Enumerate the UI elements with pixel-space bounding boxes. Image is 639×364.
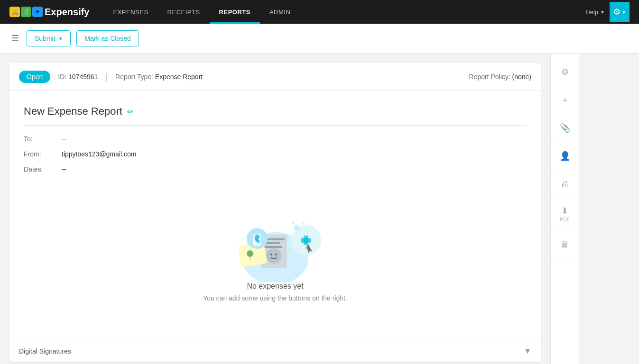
separator-1: | (105, 72, 108, 82)
report-title-row: New Expense Report ✏ (24, 105, 527, 126)
person-add-icon: 👤 (560, 151, 570, 161)
policy-value: (none) (512, 73, 531, 81)
id-value: 10745961 (68, 73, 98, 81)
nav-links: EXPENSES RECEIPTS REPORTS ADMIN (103, 0, 585, 24)
brand-icon-taxi: 🚕 (9, 7, 20, 17)
brand-icon-group: 🚕 🍴 ✈ (9, 7, 43, 17)
report-header: Open ID: 10745961 | Report Type: Expense… (9, 63, 541, 91)
help-chevron-icon: ▼ (600, 9, 605, 15)
sidebar-group-share: 👤 (551, 142, 579, 170)
gear-icon: ⚙ (561, 67, 569, 77)
nav-receipts[interactable]: RECEIPTS (158, 0, 210, 24)
print-icon: 🖨 (561, 179, 569, 189)
report-type: Report Type: Expense Report (115, 73, 203, 81)
submit-label: Submit (35, 35, 56, 42)
type-value: Expense Report (155, 73, 203, 81)
svg-point-17 (301, 221, 305, 225)
empty-subtitle: You can add some using the buttons on th… (203, 294, 347, 302)
sidebar-group-attach: 📎 (551, 114, 579, 142)
help-label: Help (585, 9, 598, 16)
svg-point-16 (294, 225, 299, 230)
download-icon: ⬇ (561, 206, 568, 216)
digital-sig-chevron-icon: ▼ (524, 347, 531, 355)
empty-illustration (223, 206, 327, 282)
empty-state: No expenses yet You can add some using t… (24, 187, 527, 330)
status-badge: Open (19, 71, 50, 83)
svg-point-6 (270, 254, 272, 255)
add-person-button[interactable]: 👤 (555, 146, 575, 166)
to-value: -- (62, 135, 66, 143)
settings-button[interactable]: ⚙ ▼ (610, 2, 630, 22)
report-card: Open ID: 10745961 | Report Type: Expense… (9, 63, 541, 362)
brand-logo[interactable]: 🚕 🍴 ✈ Expensify (9, 7, 89, 18)
svg-rect-4 (263, 246, 282, 248)
brand-icon-plane: ✈ (32, 7, 43, 17)
id-label: ID: (58, 73, 66, 81)
top-navigation: 🚕 🍴 ✈ Expensify EXPENSES RECEIPTS REPORT… (0, 0, 639, 24)
sidebar-group-add: ＋ (551, 86, 579, 114)
svg-point-5 (266, 248, 281, 264)
report-fields: To: -- From: tippytoes123@gmail.com Date… (24, 135, 527, 173)
empty-title: No expenses yet (247, 282, 303, 291)
help-button[interactable]: Help ▼ (585, 9, 605, 16)
brand-name: Expensify (45, 7, 89, 18)
from-value: tippytoes123@gmail.com (62, 150, 136, 158)
nav-right-area: Help ▼ ⚙ ▼ (585, 2, 630, 22)
to-field-row: To: -- (24, 135, 527, 143)
sidebar-group-pdf: ⬇ PDF (551, 198, 579, 230)
digital-sig-label: Digital Signatures (19, 347, 71, 355)
settings-chevron-icon: ▼ (621, 9, 626, 15)
pdf-label: PDF (560, 217, 570, 222)
main-wrapper: Open ID: 10745961 | Report Type: Expense… (0, 54, 639, 364)
report-meta: ID: 10745961 | Report Type: Expense Repo… (58, 72, 461, 82)
paperclip-icon: 📎 (560, 123, 570, 133)
report-id: ID: 10745961 (58, 73, 98, 81)
hamburger-icon: ☰ (11, 34, 19, 43)
report-settings-button[interactable]: ⚙ (555, 62, 575, 82)
nav-expenses[interactable]: EXPENSES (103, 0, 157, 24)
brand-icon-fork: 🍴 (21, 7, 31, 17)
dates-value: -- (62, 165, 66, 173)
mark-closed-label: Mark as Closed (84, 35, 130, 42)
report-body: New Expense Report ✏ To: -- From: tippyt… (9, 91, 541, 340)
toolbar: ☰ Submit ▼ Mark as Closed (0, 24, 639, 54)
svg-point-18 (292, 221, 295, 224)
nav-reports[interactable]: REPORTS (210, 0, 260, 24)
edit-title-icon[interactable]: ✏ (127, 107, 133, 116)
report-policy: Report Policy: (none) (469, 73, 531, 81)
gear-icon: ⚙ (613, 7, 620, 17)
dates-field-row: Dates: -- (24, 165, 527, 173)
sidebar-group-settings: ⚙ (551, 58, 579, 86)
print-button[interactable]: 🖨 (555, 174, 575, 194)
policy-label: Report Policy: (469, 73, 510, 81)
trash-icon: 🗑 (561, 239, 569, 249)
svg-point-7 (275, 254, 277, 255)
report-title: New Expense Report (24, 105, 122, 118)
sidebar-group-print: 🖨 (551, 170, 579, 198)
mark-closed-button[interactable]: Mark as Closed (76, 30, 139, 46)
submit-chevron-icon: ▼ (58, 36, 63, 41)
nav-admin[interactable]: ADMIN (260, 0, 300, 24)
submit-button[interactable]: Submit ▼ (27, 30, 71, 46)
type-label: Report Type: (115, 73, 153, 81)
add-expense-button[interactable]: ＋ (555, 90, 575, 110)
svg-rect-14 (301, 238, 311, 243)
dates-label: Dates: (24, 165, 62, 173)
content-area: Open ID: 10745961 | Report Type: Expense… (0, 54, 550, 364)
from-field-row: From: tippytoes123@gmail.com (24, 150, 527, 158)
attach-button[interactable]: 📎 (555, 118, 575, 138)
plus-icon: ＋ (561, 94, 569, 106)
pdf-button[interactable]: ⬇ PDF (555, 202, 575, 226)
digital-signatures-bar[interactable]: Digital Signatures ▼ (9, 340, 541, 362)
right-sidebar: ⚙ ＋ 📎 👤 🖨 ⬇ PDF (550, 54, 579, 364)
delete-button[interactable]: 🗑 (555, 234, 575, 254)
menu-toggle-button[interactable]: ☰ (9, 31, 21, 46)
to-label: To: (24, 135, 62, 143)
from-label: From: (24, 150, 62, 158)
sidebar-group-delete: 🗑 (551, 230, 579, 258)
